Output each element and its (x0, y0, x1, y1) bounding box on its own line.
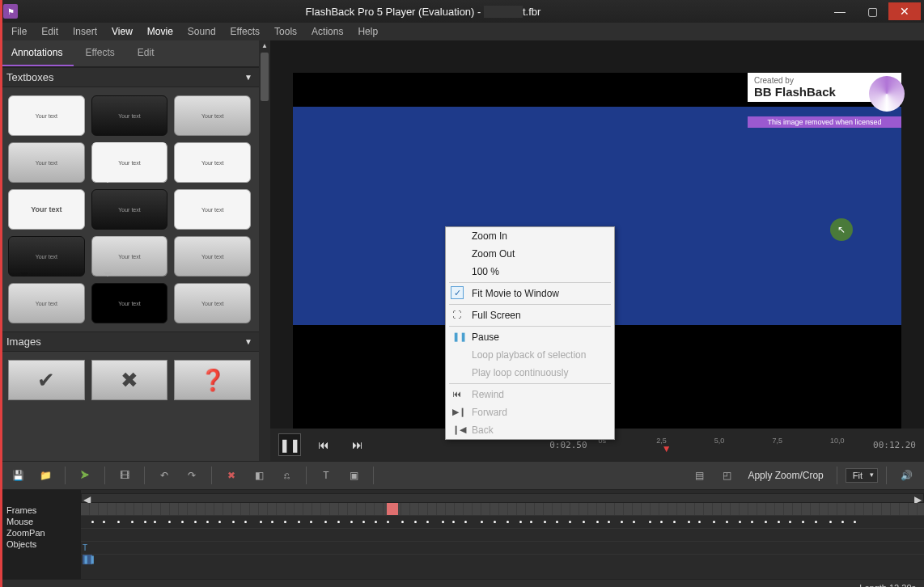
share-button[interactable]: ⮞ (74, 465, 96, 486)
delete-button[interactable]: ✖ (220, 465, 243, 486)
context-zoom-out[interactable]: Zoom Out (446, 245, 614, 263)
zoom-fit-combo[interactable]: Fit (846, 468, 878, 483)
text-button[interactable]: T (315, 465, 337, 486)
tracks-area[interactable]: ◀▶ T ❚❚ (81, 490, 924, 579)
mouse-event-dot (726, 521, 728, 523)
textbox-style-8[interactable]: Your text (91, 189, 168, 230)
prev-frame-button[interactable]: ⏮ (312, 433, 335, 456)
mouse-event-dot (494, 521, 496, 523)
context-zoom-in[interactable]: Zoom In (446, 227, 614, 245)
pause-button[interactable]: ❚❚ (278, 433, 301, 456)
context-pause[interactable]: Pause❚❚ (446, 328, 614, 346)
context-back: Back❙◀ (446, 421, 614, 439)
scroll-thumb[interactable] (261, 53, 269, 101)
minimize-button[interactable]: — (824, 2, 856, 20)
scroll-right-icon[interactable]: ▶ (914, 494, 922, 502)
textbox-style-6[interactable]: Your text (174, 142, 251, 183)
textbox-style-5[interactable]: Your text (91, 142, 168, 183)
apply-zoom-button[interactable]: Apply Zoom/Crop (743, 470, 828, 481)
close-button[interactable]: ✕ (888, 2, 921, 20)
volume-button[interactable]: 🔊 (895, 465, 918, 486)
zoompan-track[interactable] (81, 529, 924, 542)
save-button[interactable]: 💾 (6, 465, 29, 486)
maximize-button[interactable]: ▢ (856, 2, 888, 20)
menu-view[interactable]: View (105, 24, 139, 39)
objects-track[interactable]: T ❚❚ (81, 542, 924, 555)
tab-annotations[interactable]: Annotations (0, 40, 74, 66)
mouse-event-dot (91, 521, 94, 523)
scroll-left-icon[interactable]: ◀ (83, 494, 91, 502)
undo-button[interactable]: ↶ (153, 465, 176, 486)
export-button[interactable]: 🎞 (113, 465, 136, 486)
next-frame-button[interactable]: ⏭ (346, 433, 369, 456)
separator (104, 467, 105, 484)
menu-edit[interactable]: Edit (35, 24, 65, 39)
textbox-style-3[interactable]: Your text (174, 95, 251, 136)
mouse-track[interactable] (81, 516, 924, 529)
split-button[interactable]: ⎌ (275, 465, 298, 486)
playhead-marker-icon[interactable]: ▼ (662, 443, 672, 454)
object-text-icon[interactable]: T (83, 543, 92, 553)
track-zoompan-label: ZoomPan (6, 527, 74, 538)
mouse-event-dot (778, 521, 780, 523)
mouse-event-dot (131, 521, 134, 523)
menu-insert[interactable]: Insert (66, 24, 104, 39)
scroll-up-icon[interactable]: ▲ (259, 40, 270, 51)
ruler-tick: 7,5 (772, 437, 782, 445)
mouse-event-dot (841, 521, 844, 523)
menubar: File Edit Insert View Movie Sound Effect… (0, 23, 924, 40)
frames-track[interactable] (81, 503, 924, 516)
sidebar-scrollbar[interactable]: ▲ (259, 40, 270, 461)
separator (886, 467, 887, 484)
playhead-line[interactable] (0, 0, 2, 587)
layers-button[interactable]: ▤ (688, 465, 710, 486)
images-header[interactable]: Images▼ (0, 332, 259, 352)
mouse-event-dot (854, 521, 856, 523)
sidebar: Annotations Effects Edit Textboxes▼ Your… (0, 40, 259, 461)
mouse-event-dot (660, 521, 663, 523)
textbox-style-10[interactable]: Your text (8, 236, 85, 277)
image-cross[interactable]: ✖ (91, 360, 168, 400)
tab-edit[interactable]: Edit (126, 40, 166, 66)
textbox-style-13[interactable]: Your text (8, 283, 85, 323)
menu-effects[interactable]: Effects (224, 24, 266, 39)
textbox-style-9[interactable]: Your text (174, 189, 251, 230)
menu-file[interactable]: File (5, 24, 33, 39)
menu-movie[interactable]: Movie (141, 24, 180, 39)
tab-effects[interactable]: Effects (74, 40, 125, 66)
open-button[interactable]: 📁 (34, 465, 57, 486)
context-fit-movie-to-window[interactable]: Fit Movie to Window✓ (446, 285, 614, 302)
textbox-style-15[interactable]: Your text (174, 283, 251, 323)
mouse-event-dot (244, 521, 247, 523)
context-100-[interactable]: 100 % (446, 263, 614, 281)
track-labels: Frames Mouse ZoomPan Objects (0, 490, 81, 579)
separator (837, 467, 837, 484)
textbox-style-2[interactable]: Your text (91, 95, 168, 136)
object-pause-icon[interactable]: ❚❚ (83, 555, 92, 564)
timeline-scrollbar[interactable]: ◀▶ (81, 493, 924, 503)
textbox-style-14[interactable]: Your text (91, 283, 168, 323)
menu-help[interactable]: Help (351, 24, 384, 39)
textbox-style-11[interactable]: Your text (91, 236, 168, 277)
image-check[interactable]: ✔ (8, 360, 85, 400)
textbox-style-1[interactable]: Your text (8, 95, 85, 136)
textbox-style-7[interactable]: Your text (8, 189, 85, 230)
menu-actions[interactable]: Actions (305, 24, 350, 39)
context-full-screen[interactable]: Full Screen⛶ (446, 306, 614, 324)
menu-sound[interactable]: Sound (181, 24, 223, 39)
frame-selection[interactable] (387, 503, 398, 515)
textbox-style-4[interactable]: Your text (8, 142, 85, 183)
timeline: Frames Mouse ZoomPan Objects ◀▶ T ❚❚ (0, 490, 924, 579)
frame-button[interactable]: ▣ (342, 465, 365, 486)
textbox-style-12[interactable]: Your text (174, 236, 251, 277)
time-ruler[interactable]: 0s 2,5 ▼ 5,0 7,5 10,0 (599, 437, 862, 453)
menu-tools[interactable]: Tools (268, 24, 303, 39)
images-label: Images (6, 336, 41, 348)
crop-button[interactable]: ◧ (248, 465, 270, 486)
redo-button[interactable]: ↷ (180, 465, 203, 486)
ruler-tick: 10,0 (830, 437, 845, 445)
image-question[interactable]: ❓ (174, 360, 251, 400)
mouse-event-dot (544, 521, 546, 523)
textboxes-header[interactable]: Textboxes▼ (0, 67, 259, 87)
fit-screen-button[interactable]: ◰ (715, 465, 738, 486)
